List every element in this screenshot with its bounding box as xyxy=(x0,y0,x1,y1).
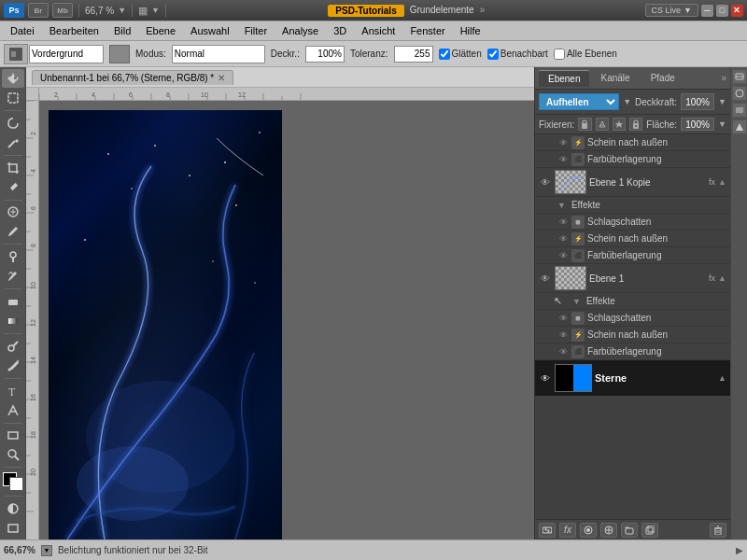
sub-effekte-2[interactable]: ↖ ▼ Effekte xyxy=(535,293,730,310)
menu-datei[interactable]: Datei xyxy=(4,23,41,38)
expand-arrow[interactable]: ▼ xyxy=(557,201,566,210)
menu-bearbeiten[interactable]: Bearbeiten xyxy=(43,23,106,38)
sub-vis-icon[interactable]: 👁 xyxy=(557,217,569,228)
gradient-tool[interactable] xyxy=(2,312,24,330)
new-adjustment-btn[interactable] xyxy=(600,523,617,538)
toleranz-input[interactable] xyxy=(394,46,433,63)
sub-schein-1[interactable]: 👁 ⚡ Schein nach außen xyxy=(535,134,730,151)
status-menu-btn[interactable]: ▼ xyxy=(41,545,52,556)
sub-vis-icon[interactable]: 👁 xyxy=(557,137,569,148)
menu-hilfe[interactable]: Hilfe xyxy=(454,23,487,38)
layer-vis-btn[interactable]: 👁 xyxy=(539,175,552,189)
sub-vis-icon[interactable]: 👁 xyxy=(557,313,569,324)
status-expand-btn[interactable]: ▶ xyxy=(736,545,743,555)
flache-arrow[interactable]: ▼ xyxy=(718,119,726,129)
panel-toggle-3[interactable] xyxy=(732,103,747,118)
new-layer-btn[interactable] xyxy=(641,523,658,538)
menu-ansicht[interactable]: Ansicht xyxy=(355,23,402,38)
cs-live-btn[interactable]: CS Live ▼ xyxy=(645,4,698,17)
menu-3d[interactable]: 3D xyxy=(327,23,353,38)
lock-transparent-btn[interactable] xyxy=(578,118,591,131)
layout-arrow[interactable]: ▼ xyxy=(151,6,160,15)
tab-kanale[interactable]: Kanäle xyxy=(591,70,639,86)
sub-farb-2[interactable]: 👁 ⬛ Farbüberlagerung xyxy=(535,247,730,264)
layer-sterne[interactable]: 👁 Sterne ▲ xyxy=(535,360,730,396)
zoom-tool[interactable] xyxy=(2,445,24,464)
expand-arrow[interactable]: ▼ xyxy=(572,297,581,306)
lock-image-btn[interactable] xyxy=(596,118,609,131)
tool-preset-icon[interactable] xyxy=(4,44,28,64)
maximize-button[interactable]: □ xyxy=(716,5,728,17)
document-tab[interactable]: Unbenannt-1 bei 66,7% (Sterne, RGB/8) * … xyxy=(32,70,233,85)
minimize-button[interactable]: ─ xyxy=(701,5,713,17)
selection-tool[interactable] xyxy=(2,89,24,107)
sub-schein-2[interactable]: 👁 ⚡ Schein nach außen xyxy=(535,231,730,247)
flache-input[interactable] xyxy=(681,118,714,131)
healing-brush-tool[interactable] xyxy=(2,203,24,221)
alle-ebenen-checkbox[interactable] xyxy=(554,49,565,60)
layer-list[interactable]: 👁 ⚡ Schein nach außen 👁 ⬛ Farbüberlageru… xyxy=(535,134,730,519)
doc-close-btn[interactable]: ✕ xyxy=(218,73,225,83)
psd-tutorials-tab[interactable]: PSD-Tutorials xyxy=(328,5,403,17)
menu-filter[interactable]: Filter xyxy=(238,23,274,38)
clone-stamp-tool[interactable] xyxy=(2,247,24,266)
menu-analyse[interactable]: Analyse xyxy=(275,23,325,38)
move-tool[interactable] xyxy=(2,69,24,88)
layer-vis-btn[interactable]: 👁 xyxy=(539,272,552,285)
add-mask-btn[interactable] xyxy=(580,523,597,538)
sub-schein-3[interactable]: 👁 ⚡ Schein nach außen xyxy=(535,327,730,343)
layer-mode-select[interactable]: Aufhellen xyxy=(539,93,619,110)
background-color[interactable] xyxy=(9,477,23,491)
sub-vis-icon[interactable]: 👁 xyxy=(557,154,569,165)
sub-farb-3[interactable]: 👁 ⬛ Farbüberlagerung xyxy=(535,343,730,360)
tool-preset-select[interactable]: Vordergrund xyxy=(29,45,104,63)
deckraft-input[interactable] xyxy=(305,46,345,63)
text-tool[interactable]: T xyxy=(2,382,24,400)
sub-effekte-1[interactable]: ▼ Effekte xyxy=(535,197,730,214)
document-canvas[interactable] xyxy=(49,110,282,539)
opacity-input[interactable] xyxy=(681,93,714,110)
crop-tool[interactable] xyxy=(2,159,24,177)
sub-farb-1[interactable]: 👁 ⬛ Farbüberlagerung xyxy=(535,151,730,168)
opacity-arrow[interactable]: ▼ xyxy=(718,97,726,106)
sub-schlag-2[interactable]: 👁 ◼ Schlagschatten xyxy=(535,214,730,231)
tab-ebenen[interactable]: Ebenen xyxy=(539,70,589,87)
lock-position-btn[interactable] xyxy=(613,118,626,131)
sub-vis-icon[interactable]: 👁 xyxy=(557,233,569,245)
dodge-tool[interactable] xyxy=(2,337,24,356)
quick-mask-btn[interactable] xyxy=(2,499,24,518)
zoom-arrow[interactable]: ▼ xyxy=(118,6,126,15)
benachbart-checkbox[interactable] xyxy=(487,49,499,60)
rectangle-tool[interactable] xyxy=(2,427,24,445)
menu-auswahl[interactable]: Auswahl xyxy=(184,23,236,38)
path-selection-tool[interactable] xyxy=(2,401,24,420)
screen-mode-btn[interactable] xyxy=(2,519,24,538)
sub-vis-icon[interactable]: 👁 xyxy=(557,250,569,261)
lock-all-btn[interactable] xyxy=(629,118,642,131)
layer-scroll-arrow[interactable]: ▲ xyxy=(718,373,726,383)
glatten-checkbox[interactable] xyxy=(439,49,450,60)
menu-bild[interactable]: Bild xyxy=(107,23,137,38)
add-style-btn[interactable]: fx xyxy=(559,523,576,538)
history-brush-tool[interactable] xyxy=(2,267,24,286)
brush-tool[interactable] xyxy=(2,222,24,241)
expand-panels-btn[interactable]: » xyxy=(480,5,486,17)
panel-menu-btn[interactable]: » xyxy=(721,73,726,83)
pen-tool[interactable] xyxy=(2,357,24,375)
close-button[interactable]: ✕ xyxy=(731,5,743,17)
magic-wand-tool[interactable] xyxy=(2,133,24,152)
sub-schlag-3[interactable]: 👁 ◼ Schlagschatten xyxy=(535,310,730,327)
new-group-btn[interactable] xyxy=(621,523,638,538)
sub-vis-icon[interactable]: 👁 xyxy=(557,346,569,357)
layer-fx-badge[interactable]: fx xyxy=(709,273,715,283)
foreground-background[interactable] xyxy=(3,472,23,491)
lasso-tool[interactable] xyxy=(2,114,24,133)
layer-scroll-arrow[interactable]: ▲ xyxy=(718,177,726,187)
eyedropper-tool[interactable] xyxy=(2,178,24,197)
menu-fenster[interactable]: Fenster xyxy=(403,23,451,38)
panel-toggle-2[interactable] xyxy=(732,86,747,101)
layer-fx-badge[interactable]: fx xyxy=(709,177,715,187)
layer-scroll-arrow[interactable]: ▲ xyxy=(718,273,726,283)
menu-ebene[interactable]: Ebene xyxy=(139,23,182,38)
sub-vis-icon[interactable]: 👁 xyxy=(557,329,569,341)
